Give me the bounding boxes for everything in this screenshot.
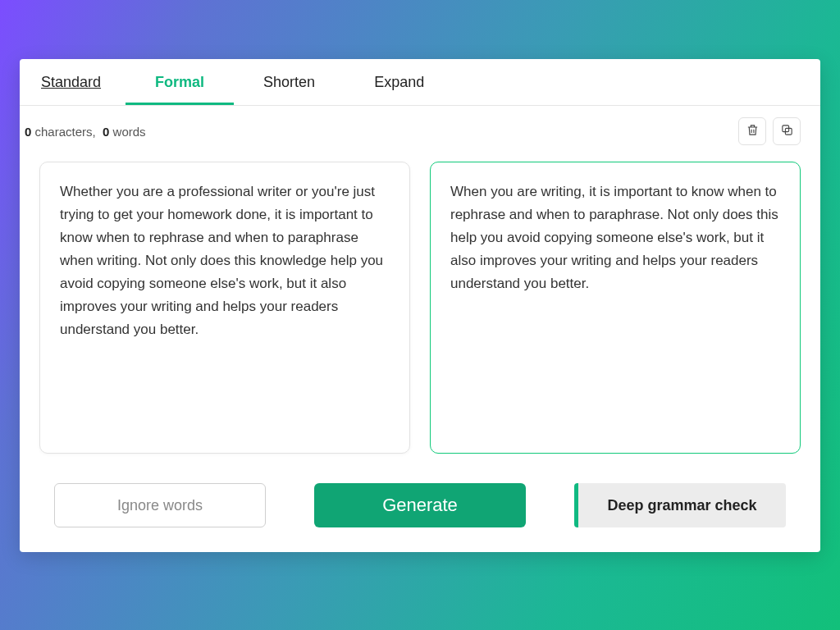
char-count-label: characters, [35,125,96,139]
tab-standard[interactable]: Standard [41,59,126,105]
char-count-value: 0 [25,125,31,139]
action-row: Ignore words Generate Deep grammar check [20,460,820,552]
tab-expand[interactable]: Expand [345,59,454,105]
paraphrase-tool-card: Standard Formal Shorten Expand 0 charact… [20,59,820,552]
copy-icon [780,123,794,139]
icon-button-group [738,117,801,145]
character-word-count: 0 characters, 0 words [25,125,146,139]
ignore-words-button[interactable]: Ignore words [54,483,266,527]
word-count-label: words [113,125,146,139]
clear-button[interactable] [738,117,766,145]
tab-formal[interactable]: Formal [126,59,234,105]
tab-shorten[interactable]: Shorten [234,59,345,105]
mode-tabs: Standard Formal Shorten Expand [20,59,820,106]
generate-button[interactable]: Generate [314,483,526,527]
meta-row: 0 characters, 0 words [20,106,820,148]
trash-icon [746,123,760,139]
output-pane[interactable]: When you are writing, it is important to… [430,162,801,454]
word-count-value: 0 [103,125,109,139]
copy-button[interactable] [773,117,801,145]
input-pane[interactable]: Whether you are a professional writer or… [39,162,410,454]
deep-grammar-check-button[interactable]: Deep grammar check [574,483,786,527]
text-panes: Whether you are a professional writer or… [20,148,820,460]
